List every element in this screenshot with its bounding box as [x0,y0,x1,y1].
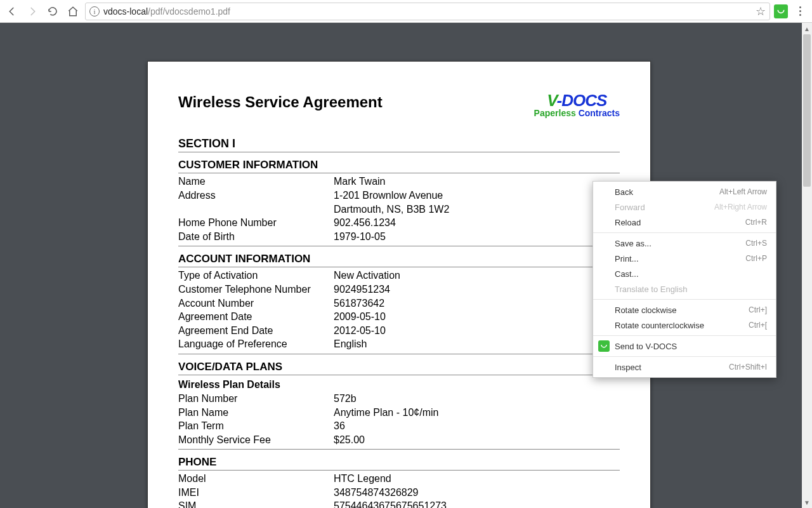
plans-heading: VOICE/DATA PLANS [178,361,620,375]
ctx-send-to-vdocs[interactable]: Send to V-DOCS [593,338,776,354]
field-label: Customer Telephone Number [178,283,334,297]
field-label: Language of Preference [178,337,334,351]
bookmark-star-icon[interactable]: ☆ [756,4,766,18]
field-label: Type of Activation [178,269,334,283]
ctx-forward: ForwardAlt+Right Arrow [593,199,776,215]
field-value: 348754874326829 [334,486,620,500]
field-value: 902.456.1234 [334,216,620,230]
field-label: SIM [178,499,334,508]
home-button[interactable] [65,3,81,20]
ctx-back[interactable]: BackAlt+Left Arrow [593,184,776,199]
field-value: 2009-05-10 [334,310,620,324]
ctx-print[interactable]: Print...Ctrl+P [593,251,776,266]
phone-heading: PHONE [178,456,620,471]
field-label: Address [178,189,334,203]
field-value: New Activation [334,269,620,283]
forward-button[interactable] [24,3,41,20]
field-label: Model [178,472,334,486]
ctx-inspect[interactable]: InspectCtrl+Shift+I [593,359,776,375]
ctx-separator [593,335,776,336]
vdocs-logo: V-DOCS Paperless Contracts [534,93,620,118]
browser-menu-button[interactable] [792,3,808,20]
field-value: Mark Twain [334,175,620,189]
field-label: Account Number [178,297,334,311]
field-value: Dartmouth, NS, B3B 1W2 [334,203,620,217]
url-text: vdocs-local/pdf/vdocsdemo1.pdf [103,6,752,17]
field-label: Plan Term [178,419,334,433]
ctx-cast[interactable]: Cast... [593,266,776,281]
field-value: 36 [334,419,620,433]
ctx-save-as[interactable]: Save as...Ctrl+S [593,236,776,251]
field-label: IMEI [178,486,334,500]
vdocs-icon [598,340,610,352]
ctx-separator [593,299,776,300]
pdf-page: Wireless Service Agreement V-DOCS Paperl… [147,61,651,508]
context-menu: BackAlt+Left Arrow ForwardAlt+Right Arro… [593,181,776,378]
field-value: $25.00 [334,433,620,447]
customer-info-heading: CUSTOMER INFORMATION [178,159,620,173]
field-value: English [334,337,620,351]
ctx-rotate-ccw[interactable]: Rotate counterclockwiseCtrl+[ [593,318,776,333]
field-value: 2012-05-10 [334,324,620,338]
scroll-up-icon[interactable]: ▲ [802,23,812,34]
ctx-reload[interactable]: ReloadCtrl+R [593,215,776,230]
section-1-heading: SECTION I [178,137,620,152]
ctx-translate: Translate to English [593,281,776,297]
field-value: Anytime Plan - 10¢/min [334,406,620,420]
plan-details-subhead: Wireless Plan Details [178,379,620,391]
ctx-separator [593,356,776,357]
field-value: 1979-10-05 [334,230,620,244]
account-info-heading: ACCOUNT INFORMATION [178,253,620,267]
field-label: Date of Birth [178,230,334,244]
field-value: 1-201 Brownlow Avenue [334,189,620,203]
field-label: Agreement End Date [178,324,334,338]
ctx-rotate-cw[interactable]: Rotate clockwiseCtrl+] [593,302,776,318]
field-label: Plan Number [178,392,334,406]
address-bar[interactable]: i vdocs-local/pdf/vdocsdemo1.pdf ☆ [85,3,770,20]
scroll-thumb[interactable] [803,34,811,187]
field-value: 57544643675675651273 [334,499,620,508]
reload-button[interactable] [44,3,61,20]
ctx-separator [593,232,776,233]
document-title: Wireless Service Agreement [178,93,383,111]
field-label: Name [178,175,334,189]
vdocs-extension-icon[interactable] [774,4,788,18]
field-value: 561873642 [334,297,620,311]
field-value: HTC Legend [334,472,620,486]
scroll-down-icon[interactable]: ▼ [802,497,812,508]
field-label: Monthly Service Fee [178,433,334,447]
browser-toolbar: i vdocs-local/pdf/vdocsdemo1.pdf ☆ [0,0,812,23]
field-value: 9024951234 [334,283,620,297]
vertical-scrollbar[interactable]: ▲ ▼ [802,23,812,508]
field-value: 572b [334,392,620,406]
field-label: Agreement Date [178,310,334,324]
field-label: Home Phone Number [178,216,334,230]
site-info-icon[interactable]: i [89,6,100,17]
field-label: Plan Name [178,406,334,420]
back-button[interactable] [4,3,20,20]
